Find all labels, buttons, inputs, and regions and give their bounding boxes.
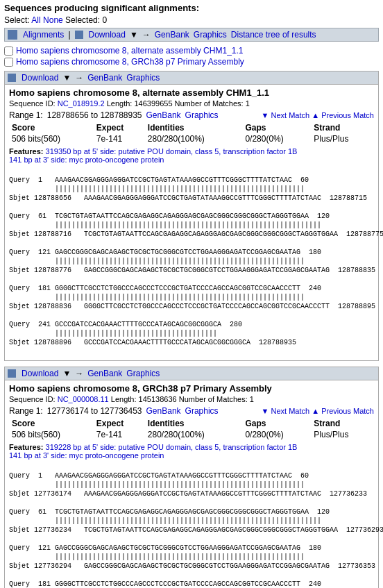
hit-link-2[interactable]: Homo sapiens chromosome 8, GRCh38 p7 Pri… [16, 57, 244, 67]
result-1-genbank-link[interactable]: GenBank [87, 73, 122, 83]
r1-s4-seq: GGGGCTTCGCCTCTGGCCCAGCCCTCCCGCTGATCCCCAG… [84, 303, 330, 310]
r1-m5: ||||||||||||||||||||||||||||||||||||||| [9, 330, 217, 337]
r2-m3: ||||||||||||||||||||||||||||||||||||||||… [9, 553, 305, 561]
result-block-1: Download ▼ → GenBank Graphics Homo sapie… [4, 71, 379, 361]
r1-s5-end: 128788935 [250, 339, 296, 346]
score-val-2: 7e-141 [94, 133, 145, 144]
align-icon [8, 30, 17, 40]
r1-q4-end: 240 [300, 285, 321, 292]
top-genbank-link[interactable]: GenBank [155, 30, 189, 40]
result-2-feature-2-link[interactable]: 141 bp at 3' side: myc proto-oncogene pr… [9, 451, 164, 460]
r1-m4: ||||||||||||||||||||||||||||||||||||||||… [9, 294, 305, 301]
hit-link-1[interactable]: Homo sapiens chromosome 8, alternate ass… [16, 46, 243, 56]
r2-m1: ||||||||||||||||||||||||||||||||||||||||… [9, 481, 305, 489]
r1-s2-end: 128788775 [338, 230, 383, 238]
r1-s5-seq: GCCCGATCCACGAAACTTTTGCCCATAGCAGCGGCGGGCA [84, 339, 250, 346]
score2-val-4: 0/280(0%) [242, 429, 311, 440]
top-download-link[interactable]: Download [89, 30, 126, 40]
r2-s2-end: 127736293 [338, 526, 383, 534]
result-2-seq-info: Sequence ID: NC_000008.11 Length: 145138… [9, 395, 374, 403]
r2-q3-label: Query 121 [9, 544, 55, 552]
select-none-link[interactable]: None [43, 15, 63, 25]
score2-val-3: 280/280(100%) [145, 429, 243, 440]
result-2-graphics-link[interactable]: Graphics [126, 369, 160, 378]
r1-q1-end: 60 [292, 176, 309, 184]
r2-q4-end: 240 [300, 580, 321, 588]
hit-checkbox-input-2[interactable] [4, 58, 13, 67]
r2-q2-end: 120 [309, 508, 330, 516]
result-2-title: Homo sapiens chromosome 8, GRCh38 p7 Pri… [9, 383, 374, 394]
r2-s3-seq: GAGCCGGGCGAGCAGAGCTGCGCTGCGGGCGTCCTGGAAG… [84, 562, 330, 570]
hit-checkbox-2: Homo sapiens chromosome 8, GRCh38 p7 Pri… [4, 57, 379, 67]
result-1-seq-id[interactable]: NC_018919.2 [58, 99, 105, 108]
result-2-genbank-link[interactable]: GenBank [87, 369, 122, 378]
r2-s1-seq: AAAGAACGGAGGGAGGGATCCGCTGAGTATAAAGGCCGTT… [84, 490, 321, 498]
score2-val-1: 506 bits(560) [9, 429, 94, 440]
score2-header-5: Strand [311, 418, 374, 429]
r1-q3-end: 180 [300, 249, 321, 256]
result-1-dl-icon [8, 74, 16, 82]
result-2-header-bar: Download ▼ → GenBank Graphics [5, 367, 378, 380]
result-2-score-table: Score Expect Identities Gaps Strand 506 … [9, 418, 374, 440]
r1-q1-label: Query 1 [9, 176, 55, 184]
score2-header-3: Identities [145, 418, 243, 429]
result-1-range-genbank[interactable]: GenBank [146, 110, 181, 120]
result-2-seq-id[interactable]: NC_000008.11 [58, 395, 109, 403]
score-val-1: 506 bits(560) [9, 133, 94, 144]
r1-q2-label: Query 61 [9, 212, 55, 220]
top-graphics-link[interactable]: Graphics [194, 30, 227, 40]
alignments-link[interactable]: Alignments [23, 30, 64, 40]
result-2-range-genbank[interactable]: GenBank [146, 406, 181, 416]
hit-checkbox-input-1[interactable] [4, 47, 13, 56]
result-2-range-graphics[interactable]: Graphics [185, 406, 219, 416]
dl-icon [75, 31, 83, 39]
r2-s3-label: Sbjet 127736294 [9, 562, 84, 570]
r2-s1-label: Sbjet 127736174 [9, 490, 84, 498]
hit-checkbox-1: Homo sapiens chromosome 8, alternate ass… [4, 46, 379, 56]
result-block-2: Download ▼ → GenBank Graphics Homo sapie… [4, 367, 379, 588]
result-1-range-line: Range 1: 128788656 to 128788935 GenBank … [9, 110, 374, 120]
result-1-feature-2-link[interactable]: 141 bp at 3' side: myc proto-oncogene pr… [9, 156, 164, 164]
result-1-seq-info: Sequence ID: NC_018919.2 Length: 1463996… [9, 99, 374, 108]
result-2-download-link[interactable]: Download [22, 369, 58, 378]
result-2-feature-1-link[interactable]: 319228 bp at 5' side: putative POU domai… [46, 443, 298, 451]
r2-q1-end: 60 [292, 472, 309, 480]
r2-s1-end: 127736233 [321, 490, 367, 498]
result-1-header-bar: Download ▼ → GenBank Graphics [5, 72, 378, 85]
select-all-link[interactable]: All [31, 15, 40, 25]
result-2-dl-icon [8, 369, 16, 378]
r1-s5-label: Sbjet 128788896 [9, 339, 84, 346]
r2-s3-end: 127736353 [330, 562, 375, 570]
result-1-feature-1-link[interactable]: 319350 bp at 5' side: putative POU domai… [46, 147, 298, 156]
result-1-download-link[interactable]: Download [22, 73, 58, 83]
r1-s1-seq: AAAGAACGGAGGGAGGGATCCGCTGAGTATAAAGGCCGTT… [84, 194, 321, 202]
result-2-next-match[interactable]: ▼ Next Match [262, 407, 310, 415]
select-count: Selected: 0 [65, 15, 107, 25]
r1-q5-label: Query 241 [9, 321, 55, 328]
r1-s2-label: Sbjet 128788716 [9, 230, 84, 238]
r2-q1-label: Query 1 [9, 472, 55, 480]
r1-q4-label: Query 181 [9, 285, 55, 292]
score-header-5: Strand [311, 122, 374, 133]
score-val-4: 0/280(0%) [242, 133, 311, 144]
result-1-prev-match[interactable]: ▲ Previous Match [312, 111, 374, 119]
section-title: Sequences producing significant alignmen… [4, 3, 379, 13]
result-1-next-match[interactable]: ▼ Next Match [262, 111, 310, 119]
r2-s2-seq: TCGCTGTAGTAATTCCAGCGAGAGGCAGAGGGAGCGAGCG… [84, 526, 338, 534]
r2-q4-seq: GGGGCTTCGCCTCTGGCCCAGCCCTCCCGCTGATCCCCAG… [55, 580, 300, 588]
result-2-features: Features: 319228 bp at 5' side: putative… [9, 443, 374, 460]
r2-q3-end: 180 [300, 544, 321, 552]
result-2-body: Homo sapiens chromosome 8, GRCh38 p7 Pri… [5, 380, 378, 588]
result-2-prev-match[interactable]: ▲ Previous Match [312, 407, 374, 415]
score-val-5: Plus/Plus [311, 133, 374, 144]
score2-header-2: Expect [94, 418, 145, 429]
score-header-2: Expect [94, 122, 145, 133]
result-1-body: Homo sapiens chromosome 8, alternate ass… [5, 85, 378, 360]
r1-q2-end: 120 [309, 212, 330, 220]
result-2-alignment: Query 1 AAAGAACGGAGGGAGGGATCCGCTGAGTATAA… [9, 462, 374, 588]
top-distance-link[interactable]: Distance tree of results [231, 30, 316, 40]
result-1-graphics-link[interactable]: Graphics [126, 73, 160, 83]
result-1-range-graphics[interactable]: Graphics [185, 110, 219, 120]
select-label: Select: [4, 15, 30, 25]
r1-q3-seq: GAGCCGGGCGAGCAGAGCTGCGCTGCGGGCGTCCTGGAAG… [55, 249, 300, 256]
